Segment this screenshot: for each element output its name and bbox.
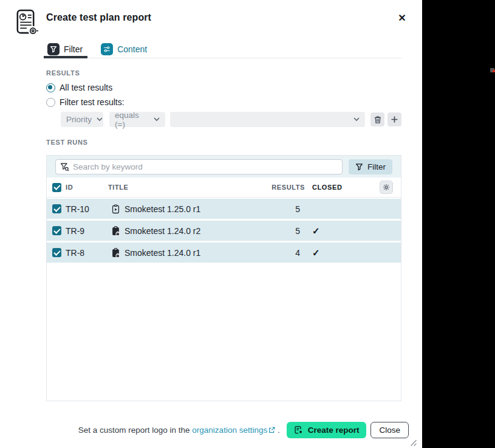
test-runs-table: Filter ID TITLE RESULTS CLOSED TR-10 — [46, 155, 401, 401]
logo-note: Set a custom report logo in the organiza… — [78, 426, 280, 435]
resize-handle[interactable] — [409, 438, 417, 447]
radio-selected-icon[interactable] — [46, 83, 55, 92]
filter-condition-row: Priority equals (=) — [61, 112, 401, 127]
filter-funnel-icon — [355, 163, 363, 171]
row-results-count: 5 — [268, 226, 305, 236]
row-closed-mark: ✓ — [311, 226, 347, 236]
close-button[interactable]: Close — [370, 422, 409, 438]
gear-icon — [382, 183, 391, 191]
value-select[interactable] — [170, 112, 365, 127]
row-results-count: 4 — [268, 248, 305, 258]
table-search-bar: Filter — [47, 156, 401, 177]
report-sparkle-icon — [294, 426, 303, 435]
row-results-count: 5 — [268, 204, 305, 214]
test-run-locked-icon — [112, 226, 120, 236]
radio-filter-label: Filter test results: — [60, 97, 125, 107]
test-runs-section-heading: TEST RUNS — [46, 139, 88, 146]
row-closed-mark: ✓ — [311, 247, 347, 258]
row-checkbox[interactable] — [52, 204, 61, 213]
tab-content[interactable]: Content — [100, 38, 148, 58]
column-header-closed: CLOSED — [311, 184, 347, 191]
test-run-active-icon — [112, 204, 120, 214]
row-checkbox[interactable] — [52, 248, 61, 257]
table-row[interactable]: TR-8 Smoketest 1.24.0 r1 4 ✓ — [47, 243, 401, 263]
radio-all-label: All test results — [60, 83, 112, 92]
test-run-locked-icon — [112, 248, 120, 258]
organization-settings-link[interactable]: organization settings — [192, 426, 267, 435]
dialog-title: Create test plan report — [46, 12, 151, 23]
dialog-close-icon[interactable]: ✕ — [394, 10, 411, 26]
plus-icon — [391, 115, 398, 123]
dialog-footer: Set a custom report logo in the organiza… — [0, 421, 409, 439]
create-test-plan-report-dialog: Create test plan report ✕ Filter Content — [0, 0, 422, 448]
table-row[interactable]: TR-10 Smoketest 1.25.0 r1 5 — [47, 199, 401, 219]
chevron-down-icon — [154, 117, 160, 122]
column-header-id: ID — [66, 184, 108, 191]
row-title: Smoketest 1.24.0 r1 — [125, 248, 200, 258]
table-settings-button[interactable] — [380, 181, 393, 194]
logo-note-text: Set a custom report logo in the — [78, 426, 190, 435]
row-id: TR-8 — [66, 248, 108, 258]
report-document-icon — [12, 8, 39, 37]
background-panel — [422, 0, 495, 448]
logo-note-period: . — [278, 426, 280, 435]
table-row[interactable]: TR-9 Smoketest 1.24.0 r2 5 ✓ — [47, 221, 401, 241]
filter-funnel-icon — [47, 43, 60, 55]
screen-artifact-red — [493, 70, 495, 72]
search-input[interactable] — [55, 159, 343, 174]
results-section-heading: RESULTS — [46, 69, 80, 77]
row-checkbox[interactable] — [52, 226, 61, 235]
chevron-down-icon — [353, 117, 360, 122]
create-report-label: Create report — [308, 426, 360, 435]
radio-filter-test-results[interactable]: Filter test results: — [46, 97, 125, 107]
tab-bar: Filter Content — [46, 38, 401, 58]
radio-all-test-results[interactable]: All test results — [46, 83, 112, 92]
create-report-button[interactable]: Create report — [287, 422, 367, 438]
tab-filter[interactable]: Filter — [46, 38, 84, 58]
field-select-value: Priority — [66, 115, 92, 124]
external-link-icon — [268, 427, 275, 433]
table-header-row: ID TITLE RESULTS CLOSED — [47, 177, 401, 198]
operator-select[interactable]: equals (=) — [109, 112, 165, 127]
row-id: TR-10 — [66, 204, 108, 214]
operator-select-value: equals (=) — [115, 111, 149, 129]
row-title: Smoketest 1.24.0 r2 — [125, 226, 200, 236]
delete-condition-button[interactable] — [370, 112, 384, 126]
radio-unselected-icon[interactable] — [46, 98, 55, 107]
trash-icon — [374, 115, 382, 124]
column-header-title: TITLE — [108, 184, 268, 191]
tab-content-label: Content — [117, 44, 147, 54]
select-all-checkbox[interactable] — [52, 183, 61, 192]
row-id: TR-9 — [66, 226, 108, 236]
row-title: Smoketest 1.25.0 r1 — [125, 204, 200, 214]
table-filter-button[interactable]: Filter — [349, 159, 392, 174]
column-header-results: RESULTS — [268, 184, 305, 191]
table-empty-area — [47, 264, 401, 401]
table-filter-label: Filter — [367, 162, 386, 171]
content-sliders-icon — [101, 43, 113, 55]
funnel-search-icon — [60, 162, 69, 171]
field-select[interactable]: Priority — [61, 112, 103, 127]
tab-filter-label: Filter — [64, 44, 83, 54]
screen: Create test plan report ✕ Filter Content — [0, 0, 495, 448]
add-condition-button[interactable] — [387, 112, 401, 126]
search-box — [55, 159, 343, 174]
chevron-down-icon — [97, 117, 103, 122]
